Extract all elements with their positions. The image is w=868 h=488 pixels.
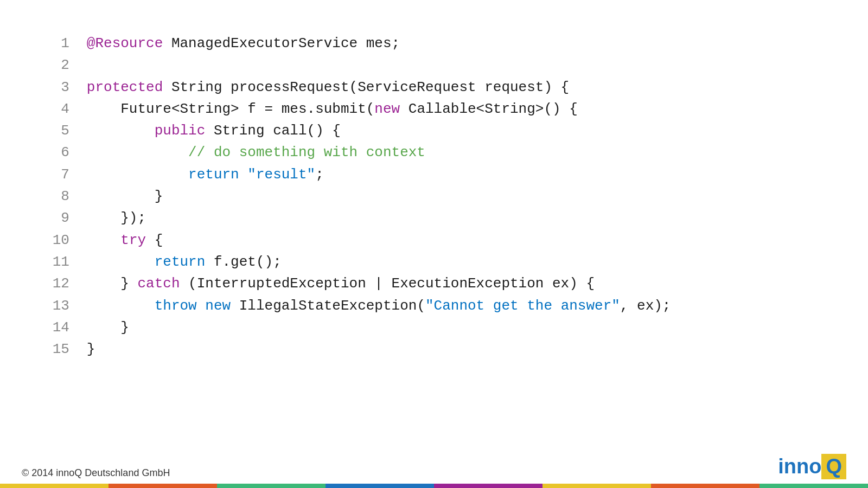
line-number: 5 — [43, 120, 87, 142]
line-number: 3 — [43, 76, 87, 98]
code-token — [87, 298, 155, 314]
code-token: } — [87, 341, 95, 357]
code-token: public — [155, 123, 206, 139]
code-token: , ex); — [620, 298, 671, 314]
code-token — [87, 166, 188, 183]
code-token: ; — [315, 166, 324, 183]
code-line: 15} — [43, 338, 825, 360]
logo-inno: inno — [778, 455, 821, 478]
code-line: 11 return f.get(); — [43, 251, 825, 273]
code-line: 12 } catch (InterruptedException | Execu… — [43, 273, 825, 294]
code-token: protected — [87, 79, 163, 95]
code-token: String call() { — [205, 123, 341, 139]
code-token: new — [374, 101, 400, 117]
footer-bar — [0, 484, 868, 488]
code-token — [197, 298, 206, 314]
line-number: 11 — [43, 251, 87, 273]
bar-seg-8 — [760, 484, 868, 488]
code-token: ManagedExecutorService mes; — [163, 35, 400, 52]
code-token: f.get(); — [205, 254, 281, 270]
code-token: catch — [137, 275, 180, 292]
line-number: 15 — [43, 338, 87, 360]
code-token: { — [146, 232, 163, 248]
code-token — [87, 123, 155, 139]
code-token: Future<String> f = mes.submit( — [87, 101, 375, 117]
line-code: } catch (InterruptedException | Executio… — [87, 273, 825, 294]
code-token: throw — [155, 298, 197, 314]
line-code: @Resource ManagedExecutorService mes; — [87, 33, 825, 54]
logo: innoQ — [778, 454, 846, 479]
code-token: // do something with context — [188, 144, 425, 160]
line-number: 14 — [43, 317, 87, 338]
bar-seg-3 — [217, 484, 326, 488]
code-line: 8 } — [43, 185, 825, 207]
code-token: } — [87, 275, 138, 292]
code-token — [87, 254, 155, 270]
code-token: "Cannot get the answer" — [425, 298, 620, 314]
line-number: 6 — [43, 142, 87, 163]
code-line: 13 throw new IllegalStateException("Cann… — [43, 295, 825, 317]
code-token: String processRequest(ServiceRequest req… — [163, 79, 569, 95]
code-token: return — [155, 254, 206, 270]
code-block: 1@Resource ManagedExecutorService mes;23… — [43, 33, 825, 360]
code-token: Callable<String>() { — [400, 101, 578, 117]
line-number: 9 — [43, 207, 87, 229]
line-code: // do something with context — [87, 142, 825, 163]
bar-seg-1 — [0, 484, 108, 488]
code-token — [87, 144, 188, 160]
bar-seg-2 — [108, 484, 217, 488]
footer: © 2014 innoQ Deutschland GmbH innoQ — [0, 458, 868, 488]
code-line: 4 Future<String> f = mes.submit(new Call… — [43, 98, 825, 120]
line-code: }); — [87, 207, 825, 229]
code-token: return — [188, 166, 239, 183]
code-token: } — [87, 188, 163, 204]
code-line: 1@Resource ManagedExecutorService mes; — [43, 33, 825, 54]
bar-seg-7 — [651, 484, 760, 488]
line-number: 1 — [43, 33, 87, 54]
line-number: 12 — [43, 273, 87, 294]
line-code: return "result"; — [87, 164, 825, 185]
code-token: try — [120, 232, 146, 248]
code-line: 7 return "result"; — [43, 164, 825, 185]
code-line: 9 }); — [43, 207, 825, 229]
line-number: 10 — [43, 229, 87, 251]
code-line: 6 // do something with context — [43, 142, 825, 163]
main-content: 1@Resource ManagedExecutorService mes;23… — [0, 0, 868, 458]
code-token: "result" — [247, 166, 315, 183]
line-number: 8 — [43, 185, 87, 207]
code-token — [87, 232, 120, 248]
code-line: 5 public String call() { — [43, 120, 825, 142]
bar-seg-4 — [326, 484, 434, 488]
logo-q: Q — [821, 454, 846, 479]
line-number: 13 — [43, 295, 87, 317]
code-line: 3protected String processRequest(Service… — [43, 76, 825, 98]
code-token: } — [87, 319, 129, 336]
code-token: new — [205, 298, 231, 314]
code-line: 2 — [43, 54, 825, 76]
code-token: (InterruptedException | ExecutionExcepti… — [180, 275, 595, 292]
line-code: try { — [87, 229, 825, 251]
line-number: 4 — [43, 98, 87, 120]
line-code: } — [87, 317, 825, 338]
line-code: public String call() { — [87, 120, 825, 142]
code-line: 14 } — [43, 317, 825, 338]
line-code: throw new IllegalStateException("Cannot … — [87, 295, 825, 317]
copyright-text: © 2014 innoQ Deutschland GmbH — [0, 467, 170, 479]
line-code: return f.get(); — [87, 251, 825, 273]
code-line: 10 try { — [43, 229, 825, 251]
line-code: } — [87, 185, 825, 207]
line-number: 7 — [43, 164, 87, 185]
code-token: @Resource — [87, 35, 163, 52]
line-code: protected String processRequest(ServiceR… — [87, 76, 825, 98]
line-number: 2 — [43, 54, 87, 76]
line-code: Future<String> f = mes.submit(new Callab… — [87, 98, 825, 120]
line-code: } — [87, 338, 825, 360]
bar-seg-6 — [542, 484, 651, 488]
code-token: }); — [87, 210, 146, 226]
bar-seg-5 — [434, 484, 542, 488]
code-token — [239, 166, 248, 183]
line-code — [87, 54, 825, 76]
code-token: IllegalStateException( — [231, 298, 425, 314]
